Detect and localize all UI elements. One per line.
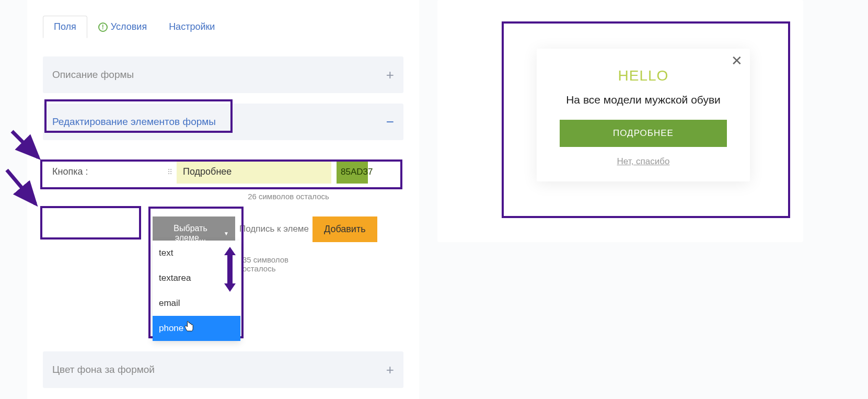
tabs: Поля ! Условия Настройки xyxy=(43,16,403,38)
caret-down-icon: ▼ xyxy=(224,231,229,236)
section-bg-color-label: Цвет фона за формой xyxy=(52,364,155,375)
tab-conditions-label: Условия xyxy=(111,21,147,32)
dropdown-option-text[interactable]: text xyxy=(153,241,240,266)
dropdown-option-textarea[interactable]: textarea xyxy=(153,266,240,291)
form-editor-panel: Поля ! Условия Настройки Описание формы … xyxy=(27,0,419,399)
button-chars-remaining: 26 символов осталось xyxy=(43,192,403,201)
dropdown-option-phone[interactable]: phone xyxy=(153,316,240,341)
button-field-label: Кнопка : xyxy=(52,166,162,177)
element-type-dropdown: text textarea email phone xyxy=(153,241,240,341)
popup-cta-button[interactable]: ПОДРОБНЕЕ xyxy=(560,120,727,147)
plus-icon: + xyxy=(386,68,394,82)
add-element-button[interactable]: Добавить xyxy=(313,216,377,242)
button-text-input[interactable] xyxy=(177,160,331,184)
svg-line-1 xyxy=(7,170,36,204)
popup-title: HELLO xyxy=(551,67,735,84)
popup-decline-link[interactable]: Нет, спасибо xyxy=(551,156,735,167)
svg-line-0 xyxy=(12,131,38,157)
tab-conditions[interactable]: ! Условия xyxy=(87,16,158,38)
element-label-input[interactable] xyxy=(235,216,313,242)
section-bg-color[interactable]: Цвет фона за формой + xyxy=(43,351,403,388)
tab-settings[interactable]: Настройки xyxy=(158,16,226,38)
tab-fields-label: Поля xyxy=(54,21,76,32)
popup-cta-label: ПОДРОБНЕЕ xyxy=(613,128,674,138)
element-type-select-label: Выбрать элеме... xyxy=(159,224,222,243)
plus-icon: + xyxy=(386,363,394,377)
dropdown-option-email[interactable]: email xyxy=(153,291,240,316)
button-config-row: Кнопка : ⠿ 85AD37 xyxy=(43,155,403,189)
section-form-description-label: Описание формы xyxy=(52,69,134,81)
popup-subtitle: На все модели мужской обуви xyxy=(551,94,735,106)
drag-handle-icon[interactable]: ⠿ xyxy=(167,170,171,174)
add-element-button-label: Добавить xyxy=(324,224,366,234)
add-element-row: Выбрать элеме... ▼ Добавить text textare… xyxy=(153,216,403,250)
minus-icon: − xyxy=(386,115,394,129)
tab-fields[interactable]: Поля xyxy=(43,16,87,38)
element-chars-remaining: 35 символов осталось xyxy=(242,255,316,273)
close-icon[interactable]: ✕ xyxy=(731,54,743,67)
alert-icon: ! xyxy=(98,22,108,32)
section-form-editing[interactable]: Редактирование элементов формы − xyxy=(43,104,403,140)
annotation-arrow-icon xyxy=(9,129,46,165)
section-form-description[interactable]: Описание формы + xyxy=(43,56,403,93)
preview-popup: ✕ HELLO На все модели мужской обуви ПОДР… xyxy=(537,49,750,181)
button-color-swatch[interactable]: 85AD37 xyxy=(337,161,368,184)
tab-settings-label: Настройки xyxy=(169,21,215,32)
section-form-editing-label: Редактирование элементов формы xyxy=(52,116,216,128)
annotation-arrow-icon xyxy=(4,167,46,212)
